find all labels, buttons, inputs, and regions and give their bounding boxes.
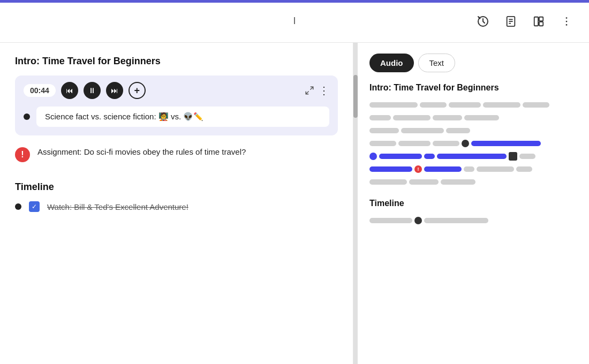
wave-seg-blue: [471, 141, 541, 146]
accent-bar: [0, 0, 589, 3]
scroll-indicator: [353, 43, 358, 364]
error-icon: !: [15, 147, 30, 162]
checkbox-checked[interactable]: ✓: [29, 201, 40, 212]
top-bar: I: [0, 0, 589, 43]
document-icon: [505, 16, 517, 27]
svg-rect-7: [539, 17, 543, 20]
audio-controls: 00:44 ⏮ ⏸ ⏭ + ⋮: [24, 82, 329, 99]
history-icon: [477, 15, 489, 28]
audio-controls-right: ⋮: [305, 84, 329, 97]
right-panel: Audio Text Intro: Time Travel for Beginn…: [358, 43, 589, 364]
timeline-dot: [414, 217, 422, 224]
wave-seg: [369, 141, 396, 146]
timeline-item: ✓ Watch: Bill & Ted's Excellent Adventur…: [15, 201, 338, 212]
expand-button[interactable]: [305, 86, 314, 95]
tab-text[interactable]: Text: [418, 54, 456, 72]
waveform-container: !: [369, 101, 577, 186]
left-panel: Intro: Time Travel for Beginners 00:44 ⏮…: [0, 43, 353, 364]
wave-seg-blue: [369, 166, 412, 172]
svg-point-11: [566, 24, 568, 26]
timeline-wave-row: [369, 217, 577, 224]
wave-row-1: [369, 101, 577, 109]
wave-seg: [369, 218, 412, 223]
tab-row: Audio Text: [369, 54, 577, 72]
bullet-dot: [24, 113, 30, 120]
wave-seg: [420, 102, 447, 108]
wave-seg: [369, 115, 391, 120]
timeline-bullet: [15, 203, 21, 210]
audio-more-button[interactable]: ⋮: [319, 84, 329, 97]
audio-item-text: Science fact vs. science fiction: 🧑‍🏫 vs…: [36, 107, 329, 127]
wave-playhead-dot: [462, 140, 469, 147]
wave-seg: [516, 166, 532, 172]
wave-seg: [409, 179, 439, 185]
wave-row-3: [369, 127, 577, 134]
svg-point-1: [479, 17, 480, 18]
assignment-text: Assignment: Do sci-fi movies obey the ru…: [37, 146, 246, 158]
svg-rect-6: [534, 17, 538, 26]
timeline-waveform: [369, 217, 577, 224]
wave-seg: [369, 128, 399, 133]
wave-error-dot: !: [414, 165, 422, 173]
main-content: Intro: Time Travel for Beginners 00:44 ⏮…: [0, 43, 589, 364]
rewind-button[interactable]: ⏮: [61, 82, 78, 99]
layout-icon: [533, 16, 545, 27]
top-bar-actions: [471, 10, 578, 33]
section1-title: Intro: Time Travel for Beginners: [15, 56, 338, 67]
wave-seg-blue: [437, 154, 507, 159]
wave-seg: [401, 128, 444, 133]
svg-line-12: [311, 87, 313, 89]
timeline-item-text: Watch: Bill & Ted's Excellent Adventure!: [47, 202, 188, 211]
wave-start-dot: [369, 153, 377, 160]
wave-seg: [483, 102, 520, 108]
wave-row-4: [369, 140, 577, 147]
tab-audio[interactable]: Audio: [369, 54, 414, 72]
wave-seg: [393, 115, 431, 120]
wave-seg: [523, 102, 549, 108]
right-section1-title: Intro: Time Travel for Beginners: [369, 83, 577, 93]
wave-seg: [433, 115, 462, 120]
document-button[interactable]: [499, 10, 523, 33]
wave-seg: [477, 166, 514, 172]
expand-icon: [305, 86, 314, 95]
svg-point-10: [566, 20, 568, 22]
wave-seg: [464, 115, 499, 120]
audio-item: Science fact vs. science fiction: 🧑‍🏫 vs…: [24, 104, 329, 129]
more-icon: [561, 16, 572, 27]
wave-seg-blue: [379, 154, 422, 159]
wave-end-handle: [509, 152, 517, 161]
scroll-thumb[interactable]: [353, 75, 358, 118]
wave-seg-blue: [424, 166, 462, 172]
fast-forward-button[interactable]: ⏭: [106, 82, 123, 99]
wave-seg: [464, 166, 474, 172]
right-section2-title: Timeline: [369, 199, 577, 208]
svg-point-9: [566, 17, 568, 19]
more-button[interactable]: [555, 10, 578, 33]
svg-line-13: [306, 92, 308, 94]
pause-button[interactable]: ⏸: [84, 82, 101, 99]
wave-seg: [519, 154, 535, 159]
wave-row-7: [369, 178, 577, 186]
audio-player: 00:44 ⏮ ⏸ ⏭ + ⋮: [15, 75, 338, 135]
history-button[interactable]: [471, 10, 495, 33]
section2-title: Timeline: [15, 181, 338, 193]
svg-rect-8: [539, 21, 543, 25]
wave-seg: [369, 179, 407, 185]
assignment-item: ! Assignment: Do sci-fi movies obey the …: [15, 146, 338, 162]
wave-seg: [424, 218, 488, 223]
cursor-indicator: I: [293, 16, 296, 27]
wave-row-6: !: [369, 165, 577, 173]
wave-seg: [449, 102, 481, 108]
audio-time: 00:44: [24, 84, 56, 97]
wave-seg: [441, 179, 475, 185]
wave-seg: [369, 102, 418, 108]
wave-seg: [446, 128, 470, 133]
wave-row-5: [369, 153, 577, 160]
wave-seg: [398, 141, 431, 146]
wave-row-2: [369, 114, 577, 122]
layout-button[interactable]: [527, 10, 550, 33]
wave-seg-blue: [424, 154, 435, 159]
wave-seg: [433, 141, 459, 146]
add-button[interactable]: +: [129, 82, 146, 99]
